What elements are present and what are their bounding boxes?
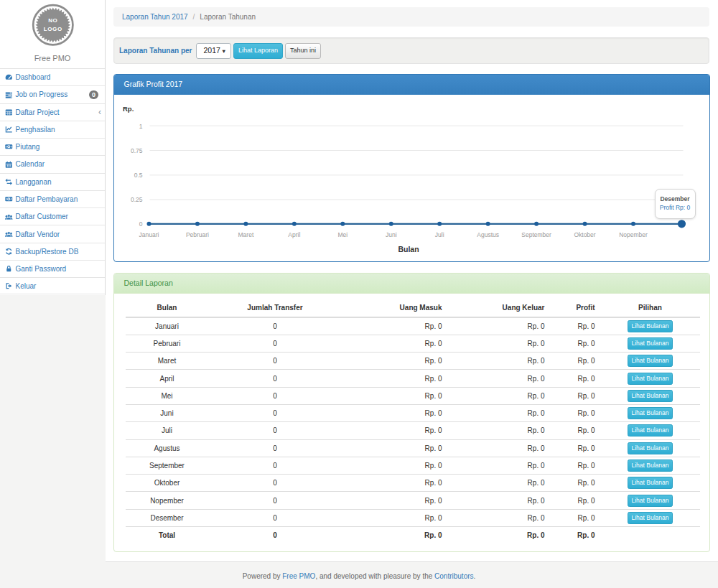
svg-text:0: 0 — [139, 220, 142, 228]
svg-text:Oktober: Oktober — [574, 231, 595, 238]
svg-text:NO: NO — [48, 17, 57, 24]
svg-text:Maret: Maret — [238, 231, 253, 238]
svg-text:Juni: Juni — [385, 231, 396, 238]
svg-text:Agustus: Agustus — [477, 231, 499, 238]
svg-text:Rp.: Rp. — [123, 105, 134, 113]
svg-text:Bulan: Bulan — [398, 245, 419, 253]
svg-text:Januari: Januari — [139, 231, 159, 238]
svg-text:0.5: 0.5 — [134, 172, 142, 179]
svg-text:Nopember: Nopember — [619, 231, 648, 238]
svg-text:LOGO: LOGO — [44, 26, 62, 32]
svg-text:0.25: 0.25 — [130, 196, 142, 203]
svg-text:September: September — [521, 231, 551, 238]
svg-text:Pebruari: Pebruari — [185, 231, 208, 238]
svg-text:Mei: Mei — [337, 231, 348, 238]
svg-text:0.75: 0.75 — [130, 147, 142, 154]
svg-text:1: 1 — [139, 123, 142, 130]
svg-text:April: April — [288, 231, 300, 238]
svg-text:Juli: Juli — [434, 231, 444, 238]
